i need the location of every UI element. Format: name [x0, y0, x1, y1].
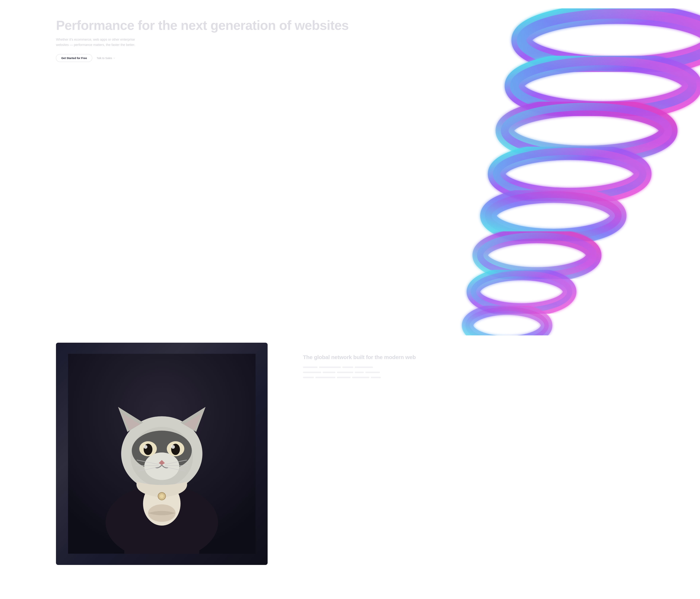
stat-bar — [303, 367, 318, 368]
svg-point-9 — [489, 194, 618, 237]
stat-bar — [371, 377, 381, 378]
hero-content: Performance for the next generation of w… — [56, 15, 350, 62]
svg-point-13 — [473, 274, 570, 310]
lower-content: The global network built for the modern … — [303, 343, 644, 378]
lower-section: The global network built for the modern … — [0, 335, 700, 579]
stat-bar — [315, 377, 335, 378]
stat-row-2 — [303, 372, 644, 373]
svg-point-24 — [144, 452, 179, 480]
get-started-button[interactable]: Get Started for Free — [56, 54, 92, 62]
cat-illustration — [67, 354, 257, 554]
svg-point-1 — [522, 14, 700, 67]
svg-point-2 — [514, 61, 692, 111]
svg-point-11 — [480, 236, 594, 275]
talk-to-sales-button[interactable]: Talk to Sales — [97, 56, 115, 59]
hero-actions: Get Started for Free Talk to Sales — [56, 54, 350, 62]
stat-bar — [352, 377, 369, 378]
hero-subtitle: Whether it's ecommerce, web apps or othe… — [56, 37, 144, 48]
hero-visual — [329, 0, 700, 335]
stat-bar — [342, 367, 353, 368]
stat-bar — [303, 372, 321, 373]
svg-point-10 — [480, 236, 594, 275]
hero-title: Performance for the next generation of w… — [56, 18, 350, 33]
svg-point-7 — [497, 151, 643, 197]
svg-point-4 — [505, 107, 668, 155]
lower-headline: The global network built for the modern … — [303, 354, 644, 361]
stat-row-1 — [303, 367, 644, 368]
svg-point-6 — [497, 151, 643, 197]
stat-bar — [355, 367, 373, 368]
stat-bar — [323, 372, 335, 373]
svg-point-30 — [171, 445, 175, 449]
stat-bar — [319, 367, 341, 368]
stat-bar — [355, 372, 364, 373]
stat-bar — [337, 372, 353, 373]
svg-point-38 — [160, 494, 164, 498]
svg-point-0 — [522, 14, 700, 67]
svg-point-5 — [505, 107, 668, 155]
svg-point-29 — [144, 445, 148, 449]
hero-section: Performance for the next generation of w… — [0, 0, 700, 335]
cat-portrait — [56, 343, 268, 565]
lower-stats — [303, 367, 644, 378]
svg-point-14 — [468, 309, 547, 335]
cat-image-container — [56, 343, 268, 565]
spiral-decoration — [329, 0, 700, 335]
svg-point-3 — [514, 61, 692, 111]
stat-bar — [365, 372, 380, 373]
stat-bar — [337, 377, 351, 378]
svg-point-15 — [468, 309, 547, 335]
svg-point-8 — [489, 194, 618, 237]
stat-bar — [303, 377, 314, 378]
svg-point-12 — [473, 274, 570, 310]
cat-portrait-card — [56, 343, 268, 565]
stat-row-3 — [303, 377, 644, 378]
